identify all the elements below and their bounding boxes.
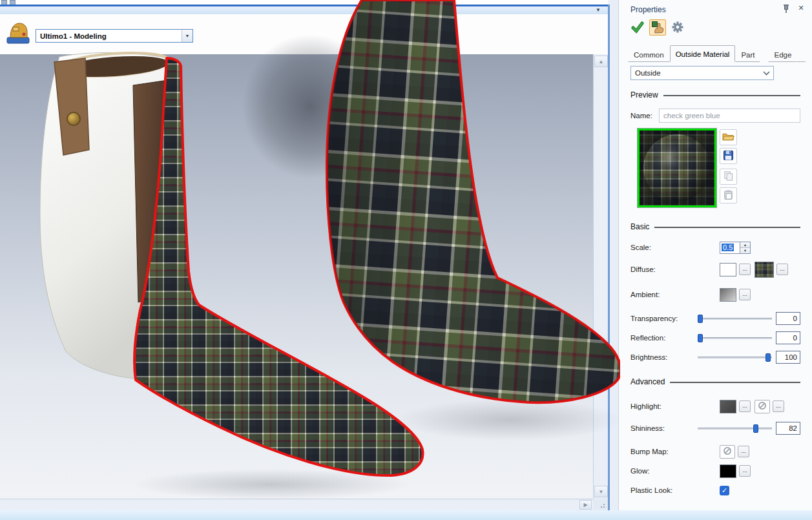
viewport-canvas[interactable] [0, 54, 608, 499]
model-selector-dropdown[interactable]: Ultimo1 - Modeling ▼ [36, 29, 193, 43]
scroll-up-button[interactable]: ▲ [594, 56, 608, 67]
settings-button[interactable] [669, 19, 686, 36]
scroll-right-button[interactable]: ▶ [579, 500, 592, 510]
model-selector-value: Ultimo1 - Modeling [36, 32, 182, 40]
material-name-row: Name: [630, 109, 800, 123]
advanced-section-label: Advanced [630, 377, 665, 386]
bump-map-row: Bump Map: ... [630, 443, 800, 460]
bump-map-browse-button[interactable]: ... [738, 446, 749, 457]
check-icon [631, 21, 644, 35]
material-target-dropdown[interactable]: Outside [630, 66, 774, 80]
apply-ok-button[interactable] [629, 19, 646, 36]
dropdown-arrow-icon[interactable]: ▼ [182, 30, 193, 42]
diffuse-texture-browse-button[interactable]: ... [776, 264, 788, 275]
save-material-button[interactable] [720, 148, 737, 164]
section-rule [663, 95, 800, 96]
slider-track [698, 337, 772, 339]
horizontal-scrollbar[interactable]: ▶ [0, 499, 593, 510]
properties-panel: Properties ✕ [618, 0, 812, 510]
reflection-slider[interactable] [698, 333, 772, 343]
highlight-row: Highlight: ... ... [630, 398, 800, 415]
pin-icon[interactable] [780, 3, 792, 14]
open-folder-icon [722, 132, 734, 143]
scale-value: 0.5 [722, 244, 734, 251]
material-target-value: Outside [631, 69, 759, 77]
ambient-browse-button[interactable]: ... [739, 289, 751, 300]
tab-common[interactable]: Common [628, 48, 670, 62]
scroll-down-icon: ▼ [599, 489, 604, 495]
copy-material-button[interactable] [720, 169, 737, 185]
diffuse-texture-swatch[interactable] [755, 262, 774, 278]
slider-thumb[interactable] [698, 315, 703, 323]
bump-map-label: Bump Map: [630, 448, 720, 455]
panel-splitter[interactable] [610, 0, 618, 510]
no-symbol-icon [758, 401, 767, 411]
ambient-color-swatch[interactable] [720, 288, 736, 302]
pane-dropdown-arrow-icon[interactable]: ▼ [592, 6, 605, 14]
resize-grip[interactable] [593, 499, 608, 510]
shininess-row: Shininess: 82 [630, 420, 800, 437]
no-symbol-icon [723, 446, 732, 457]
tab-strip-filler [797, 48, 806, 62]
glow-color-swatch[interactable] [720, 464, 736, 478]
close-icon[interactable]: ✕ [795, 3, 807, 13]
bump-map-none-button[interactable] [720, 445, 735, 459]
transparency-value[interactable]: 0 [776, 312, 800, 325]
open-material-button[interactable] [720, 129, 737, 145]
tab-part[interactable]: Part [735, 48, 760, 62]
scroll-down-button[interactable]: ▼ [594, 486, 608, 497]
checkbox-check-icon: ✓ [722, 486, 727, 495]
brightness-value[interactable]: 100 [776, 351, 800, 364]
material-preview-sphere [640, 130, 714, 205]
highlight-browse-button[interactable]: ... [739, 400, 751, 412]
slider-thumb[interactable] [765, 353, 771, 362]
diffuse-label: Diffuse: [630, 265, 720, 273]
apply-material-button[interactable] [649, 19, 666, 36]
gear-icon [672, 21, 683, 34]
diffuse-color-browse-button[interactable]: ... [739, 264, 751, 275]
brightness-slider[interactable] [698, 353, 772, 362]
tab-outside-material[interactable]: Outside Material [670, 45, 736, 62]
slider-thumb[interactable] [698, 334, 703, 342]
shoe-last-tool-icon[interactable] [5, 18, 31, 48]
advanced-section-header: Advanced [630, 377, 800, 386]
material-tabs: Common Outside Material Part Edge [628, 45, 806, 62]
brightness-row: Brightness: 100 [630, 349, 800, 366]
slider-track [698, 428, 772, 430]
plastic-look-checkbox[interactable]: ✓ [720, 486, 729, 495]
slider-track [698, 318, 772, 320]
tab-edge[interactable]: Edge [768, 48, 797, 62]
material-preview[interactable] [637, 128, 717, 208]
shininess-value[interactable]: 82 [776, 422, 800, 435]
top-strip-band [0, 6, 608, 14]
highlight-color-swatch[interactable] [720, 400, 736, 413]
reflection-value[interactable]: 0 [776, 331, 800, 344]
application-window: ▼ Ultimo1 - Modeling ▼ ▲ ▼ ▶ [0, 0, 812, 520]
ambient-label: Ambient: [630, 291, 720, 298]
scale-spinner[interactable]: ▲ ▼ [740, 242, 751, 254]
apply-material-hand-icon [651, 21, 664, 35]
vertical-scrollbar[interactable]: ▲ ▼ [593, 54, 608, 499]
scroll-right-icon: ▶ [583, 502, 587, 508]
glow-label: Glow: [630, 467, 720, 475]
shininess-slider[interactable] [698, 424, 772, 433]
highlight-texture-browse-button[interactable]: ... [773, 400, 784, 412]
diffuse-row: Diffuse: ... ... [630, 261, 800, 278]
material-name-input[interactable] [659, 109, 800, 123]
slider-thumb[interactable] [753, 424, 758, 433]
spinner-down-icon[interactable]: ▼ [740, 248, 750, 253]
transparency-slider[interactable] [698, 314, 772, 324]
glow-browse-button[interactable]: ... [739, 465, 751, 477]
basic-section-header: Basic [630, 222, 800, 231]
diffuse-color-swatch[interactable] [720, 263, 736, 276]
spinner-up-icon[interactable]: ▲ [740, 242, 750, 248]
brightness-label: Brightness: [630, 353, 698, 361]
paste-material-button[interactable] [720, 187, 737, 203]
highlight-none-button[interactable] [755, 400, 770, 413]
scale-input[interactable]: 0.5 [720, 242, 740, 254]
window-top-strip: ▼ [0, 0, 608, 14]
preview-section-label: Preview [630, 90, 658, 99]
section-rule [654, 227, 800, 228]
preview-section-header: Preview [630, 90, 800, 99]
window-frame-border [608, 5, 610, 510]
